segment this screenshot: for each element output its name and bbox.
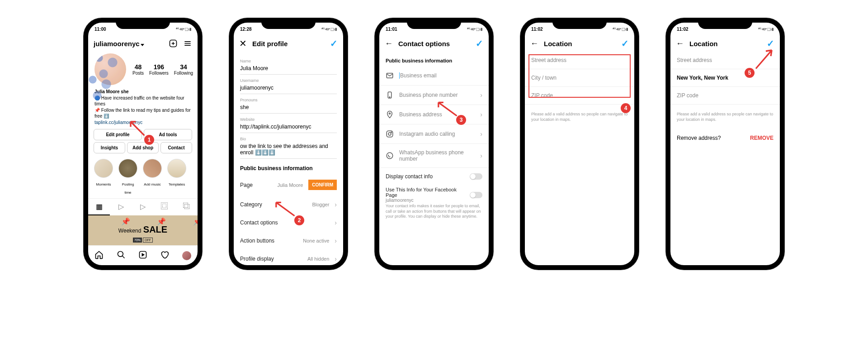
screen-profile: 11:00 ⁴ᴳ 40* ⬚ᵢₗ ▮ juliamoorenyc 48Posts…	[88, 23, 198, 265]
edit-profile-button[interactable]: Edit profile	[94, 129, 142, 140]
contact-options-content: Public business information Business ema…	[379, 52, 489, 265]
status-indicators: ⁴ᴳ 40* ⬚ᵢₗ ▮	[467, 27, 482, 31]
screen-location-filled: 11:02 ⁴ᴳ 40* ⬚ᵢₗ ▮ ← Location ✓ Street a…	[670, 23, 780, 265]
status-bar: 11:00 ⁴ᴳ 40* ⬚ᵢₗ ▮	[88, 23, 198, 35]
bio-field[interactable]: ow the link to see the addresses and enr…	[240, 141, 337, 159]
bio-display-name: Julia Moore she	[94, 89, 191, 95]
annotation-badge-3: 3	[456, 115, 466, 125]
website-field[interactable]: http://taplink.cc/juliamoorenyc	[240, 122, 337, 133]
help-text: Please add a valid address so people can…	[670, 105, 780, 129]
close-icon[interactable]: ✕	[239, 38, 247, 49]
street-address-field[interactable]: Street address	[670, 52, 780, 69]
highlight-item[interactable]: Add music	[142, 159, 162, 195]
whatsapp-row[interactable]: WhatsApp business phone number›	[379, 144, 489, 168]
location-header: ← Location ✓	[525, 35, 634, 52]
status-time: 11:02	[677, 27, 689, 32]
svg-point-5	[389, 97, 390, 98]
location-header: ← Location ✓	[670, 35, 780, 52]
confirm-check-icon[interactable]: ✓	[767, 38, 774, 49]
pbi-section-title: Public business information	[234, 159, 343, 174]
create-post-icon[interactable]	[169, 39, 178, 48]
add-shop-button[interactable]: Add shop	[127, 142, 159, 153]
display-contact-toggle[interactable]	[470, 173, 482, 180]
zip-field[interactable]: ZIP code	[525, 87, 634, 105]
profile-content: 48Posts 196Followers 34Following Julia M…	[88, 52, 198, 245]
business-address-row[interactable]: Business address›	[379, 105, 489, 124]
audio-calling-row[interactable]: Instagram audio calling›	[379, 124, 489, 144]
page-title: Edit profile	[252, 40, 325, 48]
status-indicators: ⁴ᴳ 40* ⬚ᵢₗ ▮	[176, 27, 191, 31]
back-icon[interactable]: ←	[530, 39, 538, 48]
insights-button[interactable]: Insights	[94, 142, 125, 153]
confirm-button[interactable]: CONFIRM	[308, 180, 337, 190]
username-field[interactable]: juliamoorenyc	[240, 83, 337, 94]
bio-line: 🔵 Have increased traffic on the website …	[94, 95, 191, 107]
location-form: Street address New York, New York ZIP co…	[670, 52, 780, 265]
pronouns-field[interactable]: she	[240, 102, 337, 114]
action-buttons-row[interactable]: Action buttons None active›	[234, 232, 343, 250]
tab-guides[interactable]: ⿴	[154, 199, 175, 215]
back-icon[interactable]: ←	[676, 39, 684, 48]
back-icon[interactable]: ←	[385, 39, 393, 48]
category-row[interactable]: Category Blogger›	[234, 195, 343, 214]
business-phone-row[interactable]: Business phone number›	[379, 86, 489, 105]
zip-field[interactable]: ZIP code	[670, 87, 780, 105]
profile-header: juliamoorenyc	[88, 35, 198, 52]
story-highlights: Moments Posting time Add music Templates	[88, 157, 198, 198]
phone-frame-2: 12:28 ⁴ᴳ 40* ⬚ᵢₗ ▮ ✕ Edit profile ✓ Name…	[229, 18, 348, 270]
business-email-row[interactable]: Business email	[379, 66, 489, 86]
post-sale-banner[interactable]: 📌 📌 📌 Weekend SALE 70%OFF	[88, 215, 198, 245]
nav-reels-icon[interactable]	[138, 250, 147, 261]
name-field[interactable]: Julia Moore	[240, 63, 337, 75]
contact-options-row[interactable]: Contact options›	[234, 214, 343, 232]
city-field[interactable]: City / town	[525, 69, 634, 87]
nav-profile-avatar[interactable]	[182, 251, 191, 260]
nav-home-icon[interactable]	[94, 250, 104, 261]
annotation-badge-4: 4	[621, 103, 631, 113]
highlight-item[interactable]: Moments	[94, 159, 113, 195]
tab-reels[interactable]: ▷	[110, 199, 132, 215]
street-address-field[interactable]: Street address	[525, 52, 634, 69]
facebook-info-toggle[interactable]	[470, 192, 482, 198]
profile-display-row[interactable]: Profile display All hidden›	[234, 250, 343, 265]
tab-tagged[interactable]: ⿻	[176, 199, 198, 215]
bio-line: 📌 Follow the link to read my tips and gu…	[94, 107, 191, 119]
profile-tabs: ▦ ▷ ▷ ⿴ ⿻	[88, 198, 198, 215]
tab-grid[interactable]: ▦	[88, 199, 110, 215]
confirm-check-icon[interactable]: ✓	[330, 38, 338, 49]
status-indicators: ⁴ᴳ 40* ⬚ᵢₗ ▮	[758, 27, 774, 31]
confirm-check-icon[interactable]: ✓	[476, 38, 483, 49]
status-time: 11:00	[94, 27, 106, 32]
contact-button[interactable]: Contact	[160, 142, 192, 153]
page-row[interactable]: Page Julia Moore CONFIRM	[234, 174, 343, 195]
nav-search-icon[interactable]	[117, 250, 126, 261]
bottom-nav	[88, 245, 198, 265]
stat-posts[interactable]: 48Posts	[132, 63, 144, 76]
display-contact-toggle-row: Display contact info	[379, 168, 489, 185]
tab-play[interactable]: ▷	[132, 199, 154, 215]
svg-point-6	[389, 113, 391, 114]
svg-point-8	[388, 133, 391, 135]
location-icon	[386, 110, 394, 119]
nav-activity-icon[interactable]	[160, 250, 169, 261]
page-title: Contact options	[398, 40, 470, 48]
edit-profile-form: Name Julia Moore Username juliamoorenyc …	[234, 52, 343, 265]
highlight-item[interactable]: Posting time	[118, 159, 138, 195]
profile-avatar[interactable]	[94, 53, 126, 85]
profile-stats: 48Posts 196Followers 34Following	[132, 63, 193, 76]
annotation-badge-5: 5	[745, 68, 755, 78]
highlight-item[interactable]: Templates	[167, 159, 187, 195]
profile-username[interactable]: juliamoorenyc	[94, 40, 163, 48]
bio-link[interactable]: taplink.cc/juliamoorenyc	[94, 119, 191, 126]
confirm-check-icon[interactable]: ✓	[621, 38, 629, 49]
status-time: 11:01	[386, 27, 397, 32]
hamburger-icon[interactable]	[183, 39, 192, 48]
stat-following[interactable]: 34Following	[174, 63, 193, 76]
page-title: Location	[544, 40, 616, 48]
stat-followers[interactable]: 196Followers	[149, 63, 169, 76]
remove-button[interactable]: REMOVE	[750, 135, 774, 141]
field-label: Name	[240, 59, 337, 63]
phone-frame-3: 11:01 ⁴ᴳ 40* ⬚ᵢₗ ▮ ← Contact options ✓ P…	[375, 18, 493, 270]
city-field[interactable]: New York, New York	[670, 69, 780, 87]
status-indicators: ⁴ᴳ 40* ⬚ᵢₗ ▮	[613, 27, 628, 31]
